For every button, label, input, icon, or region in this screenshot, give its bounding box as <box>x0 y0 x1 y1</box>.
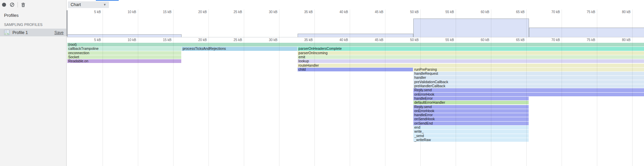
toolbar: Chart ▼ <box>0 0 644 10</box>
detail-tick: 5 kB <box>94 38 101 42</box>
detail-tick: 70 kB <box>551 38 560 42</box>
flame-frame[interactable]: _send <box>413 134 529 138</box>
flame-frame[interactable]: (root) <box>67 43 644 46</box>
flame-frame[interactable]: preHandlerCallback <box>413 84 644 88</box>
sidebar: Profiles SAMPLING PROFILES % Profile 1 S… <box>0 9 66 166</box>
panel-accent-bar <box>96 0 119 1</box>
chevron-down-icon: ▼ <box>103 3 106 6</box>
toolbar-left <box>0 0 67 9</box>
sampling-profiles-heading: SAMPLING PROFILES <box>0 20 66 29</box>
detail-tick: 75 kB <box>586 38 595 42</box>
record-icon <box>2 3 6 7</box>
detail-tick: 25 kB <box>233 38 242 42</box>
detail-tick: 30 kB <box>269 38 277 42</box>
overview-area-step <box>67 34 182 37</box>
svg-text:%: % <box>7 33 9 35</box>
clear-icon <box>10 2 14 7</box>
flame-chart: (root)callbackTrampolineprocessTicksAndR… <box>67 43 644 166</box>
detail-tick: 40 kB <box>339 38 348 42</box>
detail-tick: 15 kB <box>163 38 172 42</box>
flame-frame[interactable]: lookup <box>298 59 644 63</box>
detail-tick: 60 kB <box>481 38 489 42</box>
detail-tick: 55 kB <box>445 38 454 42</box>
toolbar-separator <box>17 2 18 7</box>
flame-frame[interactable]: runPreParsing <box>413 68 644 71</box>
memory-profiler-panel: Chart ▼ Profiles SAMPLING PROFILES % Pro… <box>0 0 644 166</box>
flame-frame[interactable]: callbackTrampoline <box>67 47 181 51</box>
flame-frame[interactable]: _writeRaw <box>413 138 529 142</box>
flame-frame[interactable]: onSendHook <box>413 117 529 121</box>
profile-icon: % <box>4 30 10 35</box>
detail-tick: 10 kB <box>127 38 136 42</box>
profile-name: Profile 1 <box>12 30 54 35</box>
record-button[interactable] <box>0 1 8 9</box>
flame-frame[interactable]: Reply.send <box>413 88 644 92</box>
detail-tick: 20 kB <box>198 38 207 42</box>
flame-frame[interactable]: handleRequest <box>413 72 644 75</box>
flame-frame[interactable]: onErrorHook <box>413 93 644 96</box>
sidebar-item-profile-1[interactable]: % Profile 1 Save <box>0 29 66 36</box>
detail-tick: 80 kB <box>622 38 631 42</box>
overview-area-step <box>298 34 413 37</box>
flame-frame[interactable]: parserOnHeadersComplete <box>298 47 644 51</box>
overview-area-chart[interactable] <box>67 9 644 37</box>
detail-ruler: 5 kB10 kB15 kB20 kB25 kB30 kB35 kB40 kB4… <box>67 37 644 42</box>
flame-frame[interactable]: defaultErrorHandler <box>413 101 529 104</box>
chart-pane: 5 kB10 kB15 kB20 kB25 kB30 kB35 kB40 kB4… <box>66 9 644 166</box>
clear-button[interactable] <box>8 1 16 9</box>
profiles-heading: Profiles <box>0 9 66 20</box>
flame-frame[interactable]: processTicksAndRejections <box>182 47 297 51</box>
flame-frame[interactable]: child <box>298 68 413 71</box>
chart-view-select-value: Chart <box>71 2 81 7</box>
flame-frame[interactable]: onErrorHook <box>413 109 529 113</box>
flame-frame[interactable]: Socket <box>67 55 181 59</box>
flame-frame[interactable]: end <box>413 126 529 129</box>
chart-view-select[interactable]: Chart ▼ <box>68 1 109 8</box>
save-profile-link[interactable]: Save <box>54 30 64 35</box>
overview-area-step <box>529 28 644 37</box>
flame-frame[interactable]: onconnection <box>67 51 181 55</box>
flame-frame[interactable]: Readable.on <box>67 59 181 63</box>
trash-icon <box>21 2 26 7</box>
detail-tick: 65 kB <box>516 38 525 42</box>
delete-profile-button[interactable] <box>19 1 27 9</box>
flame-frame[interactable]: preValidationCallback <box>413 80 644 84</box>
flame-frame[interactable]: write_ <box>413 130 529 133</box>
flame-frame[interactable]: routeHandler <box>298 64 644 67</box>
flame-frame[interactable]: onSendEnd <box>413 122 529 125</box>
vertical-scrollbar[interactable] <box>67 10 68 36</box>
detail-tick: 35 kB <box>304 38 313 42</box>
flame-frame[interactable]: handleError <box>413 113 529 117</box>
detail-tick: 50 kB <box>410 38 419 42</box>
flame-frame[interactable]: emit <box>298 55 644 59</box>
overview-area-step <box>413 19 529 37</box>
detail-tick: 45 kB <box>375 38 383 42</box>
flame-frame[interactable]: Reply.send <box>413 105 529 109</box>
flame-frame[interactable]: handler <box>413 76 644 79</box>
flame-frame[interactable]: parserOnIncoming <box>298 51 644 55</box>
flame-frame[interactable]: handleError <box>413 97 529 100</box>
